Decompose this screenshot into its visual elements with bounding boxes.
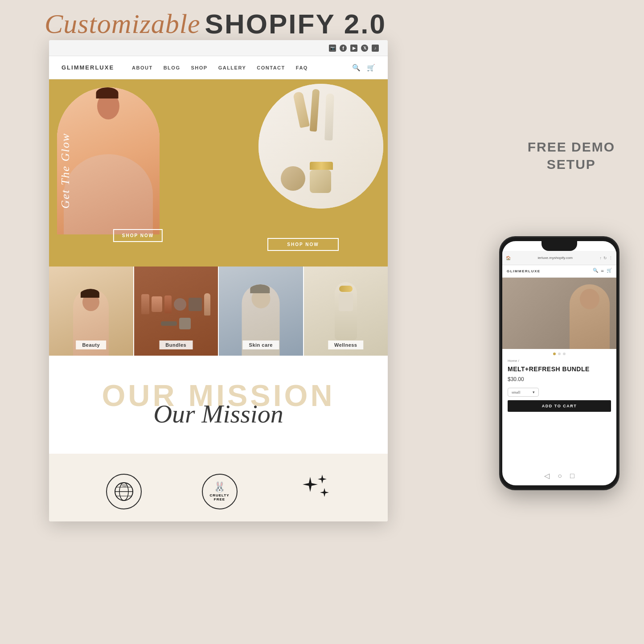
phone-dot-1 [553, 353, 556, 355]
category-wellness[interactable]: Wellness [304, 267, 388, 356]
category-beauty[interactable]: Beauty [49, 267, 134, 356]
phone-product-title: MELT+REFRESH BUNDLE [502, 365, 616, 373]
phone-nav: GLIMMERLUXE 🔍 ≡ 🛒 [502, 265, 616, 278]
categories-section: Beauty Bundles [49, 267, 388, 356]
hero-left-label: Get The Glow [59, 133, 72, 209]
cursive-title: Customizable [45, 8, 201, 40]
nav-links: ABOUT BLOG SHOP GALLERY CONTACT FAQ [132, 65, 352, 70]
phone-url: ierluxe.myshopify.com [513, 256, 598, 260]
nav-link-blog[interactable]: BLOG [164, 65, 180, 70]
nav-link-shop[interactable]: SHOP [191, 65, 207, 70]
phone-person-silhouette [570, 284, 610, 349]
product-jar-2 [310, 170, 331, 193]
nav-link-gallery[interactable]: GALLERY [218, 65, 246, 70]
mission-section: OUR MISSION Our Mission [49, 356, 388, 454]
shop-now-left-button[interactable]: SHOP NOW [113, 229, 163, 242]
phone-home-bar: ◁ ○ □ [544, 472, 574, 480]
icons-section: 🐰 CRUELTY FREE [49, 454, 388, 521]
phone-screen: 🏠 ierluxe.myshopify.com ↑ ↻ ⋮ GLIMMERLUX… [502, 241, 616, 485]
menu-icon: ⋮ [609, 256, 613, 260]
dropdown-chevron-icon: ▾ [533, 390, 535, 394]
nav-icons: 🔍 🛒 [352, 64, 375, 72]
free-demo-label: FREE DEMO SETUP [528, 138, 615, 173]
hero-left-panel: Get The Glow SHOP NOW [49, 79, 218, 267]
phone-nav-logo: GLIMMERLUXE [507, 269, 541, 273]
nav-logo: GLIMMERLUXE [62, 64, 114, 71]
shopify-title: SHOPIFY 2.0 [205, 8, 386, 40]
home-icon: 🏠 [506, 256, 511, 260]
twitter-icon[interactable]: 𝕏 [361, 45, 368, 52]
social-icons-bar: 📷 f ▶ 𝕏 ♪ [329, 45, 379, 52]
hero-right-panel: SHOP NOW [218, 79, 388, 267]
phone-breadcrumb: Home / [502, 357, 616, 365]
cart-icon[interactable]: 🛒 [367, 64, 375, 72]
products-display [258, 84, 383, 209]
phone-hero-image [502, 278, 616, 349]
eco-icon-item [106, 474, 142, 509]
phone-back-icon[interactable]: ◁ [544, 472, 550, 480]
category-bundles[interactable]: Bundles [134, 267, 219, 356]
cruelty-free-icon: 🐰 CRUELTY FREE [202, 474, 238, 509]
nav-link-faq[interactable]: FAQ [296, 65, 308, 70]
hero-arch-image [57, 87, 160, 234]
phone-home-icon[interactable]: ○ [558, 472, 562, 480]
product-lid [310, 162, 333, 170]
reload-icon: ↻ [603, 256, 607, 260]
wellness-label: Wellness [328, 340, 364, 349]
phone-product-price: $30.00 [502, 373, 616, 385]
skincare-label: Skin care [243, 340, 279, 349]
phone-notch [541, 241, 577, 251]
nav-link-contact[interactable]: CONTACT [257, 65, 285, 70]
phone-add-to-cart-button[interactable]: ADD TO CART [508, 400, 611, 412]
phone-carousel-dots [502, 349, 616, 357]
phone-cart-icon[interactable]: 🛒 [607, 268, 612, 275]
mission-cursive-text: Our Mission [153, 399, 283, 429]
phone-search-icon[interactable]: 🔍 [593, 268, 598, 275]
hero-section: Get The Glow SHOP NOW [49, 79, 388, 267]
product-bottle [324, 94, 334, 141]
phone-size-select[interactable]: small ▾ [508, 388, 539, 397]
browser-mockup: 📷 f ▶ 𝕏 ♪ GLIMMERLUXE ABOUT BLOG SHOP GA… [49, 40, 388, 521]
phone-mockup: 🏠 ierluxe.myshopify.com ↑ ↻ ⋮ GLIMMERLUX… [499, 236, 619, 490]
nav-bar: GLIMMERLUXE ABOUT BLOG SHOP GALLERY CONT… [49, 56, 388, 79]
product-tube-2 [310, 89, 320, 132]
beauty-label: Beauty [76, 340, 106, 349]
youtube-icon[interactable]: ▶ [350, 45, 357, 52]
product-tube-1 [293, 91, 310, 128]
sparkles-icon [298, 472, 331, 511]
phone-nav-icons: 🔍 ≡ 🛒 [593, 268, 612, 275]
instagram-icon[interactable]: 📷 [329, 45, 336, 52]
sparkles-icon-item [298, 472, 331, 511]
category-skincare[interactable]: Skin care [219, 267, 304, 356]
product-jar-1 [281, 166, 305, 191]
browser-topbar: 📷 f ▶ 𝕏 ♪ [49, 40, 388, 56]
share-icon: ↑ [600, 256, 602, 260]
facebook-icon[interactable]: f [340, 45, 347, 52]
page-wrapper: Customizable SHOPIFY 2.0 FREE DEMO SETUP… [0, 0, 644, 644]
tiktok-icon[interactable]: ♪ [372, 45, 379, 52]
hero-products-circle [258, 84, 383, 209]
shop-now-right-button[interactable]: SHOP NOW [267, 238, 339, 251]
phone-address-bar: 🏠 ierluxe.myshopify.com ↑ ↻ ⋮ [502, 251, 616, 265]
phone-dot-3 [563, 353, 566, 355]
hero-arch [57, 87, 160, 234]
cosmetics-display [134, 287, 218, 336]
phone-menu-icon[interactable]: ≡ [601, 268, 604, 275]
bundles-label: Bundles [159, 340, 193, 349]
phone-dot-2 [558, 353, 561, 355]
nav-link-about[interactable]: ABOUT [132, 65, 153, 70]
cruelty-free-item: 🐰 CRUELTY FREE [202, 474, 238, 509]
phone-recent-icon[interactable]: □ [570, 472, 574, 480]
eco-icon [106, 474, 142, 509]
search-icon[interactable]: 🔍 [352, 64, 361, 72]
top-title-area: Customizable SHOPIFY 2.0 [45, 8, 386, 40]
